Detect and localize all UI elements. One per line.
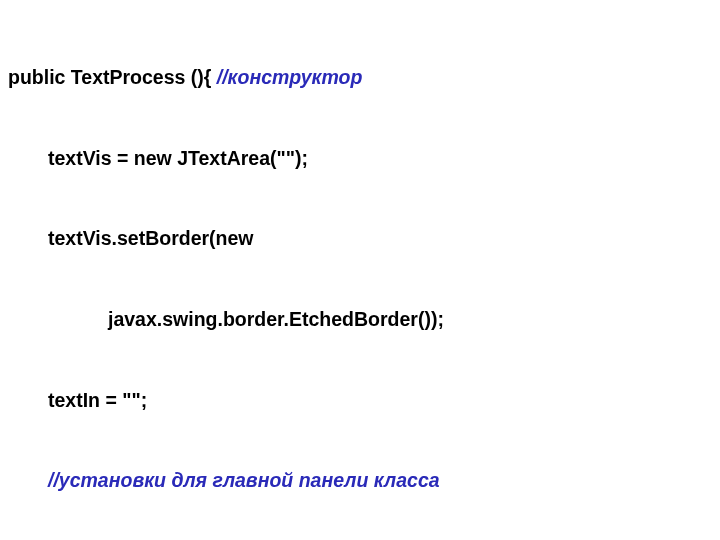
code-line-3: textVis.setBorder(new <box>8 225 712 252</box>
code-snippet: public TextProcess (){ //конструктор tex… <box>0 0 720 540</box>
code-comment-line-6: //установки для главной панели класса <box>8 467 712 494</box>
code-line-4: javax.swing.border.EtchedBorder()); <box>8 306 712 333</box>
code-line-5: textIn = ""; <box>8 387 712 414</box>
code-comment: //конструктор <box>217 66 363 88</box>
code-text: public TextProcess (){ <box>8 66 217 88</box>
code-line-1: public TextProcess (){ //конструктор <box>8 64 712 91</box>
code-line-2: textVis = new JTextArea(""); <box>8 145 712 172</box>
